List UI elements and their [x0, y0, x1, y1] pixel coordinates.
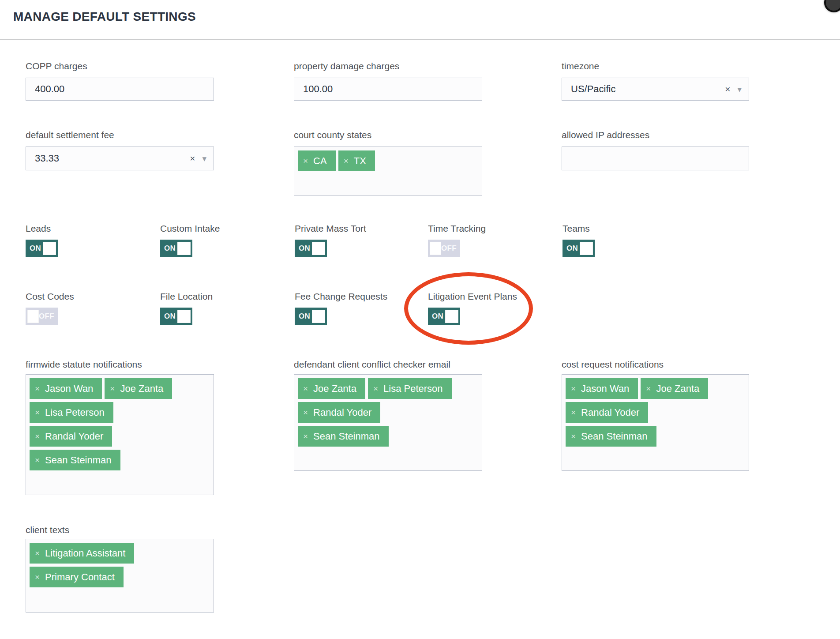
timezone-value: US/Pacific — [571, 83, 725, 95]
allowed-ip-addresses-input[interactable] — [562, 147, 749, 170]
page-title: MANAGE DEFAULT SETTINGS — [13, 10, 196, 24]
remove-icon[interactable]: × — [571, 384, 576, 394]
toggle-state-label: ON — [299, 312, 310, 321]
page-header: MANAGE DEFAULT SETTINGS — [0, 0, 840, 40]
tag-label: Joe Zanta — [313, 383, 356, 395]
remove-icon[interactable]: × — [303, 384, 308, 394]
remove-icon[interactable]: × — [571, 408, 576, 417]
tag-row: × Litigation Assistant — [30, 543, 210, 564]
default-settlement-fee-label: default settlement fee — [26, 130, 114, 140]
private-mass-tort-label: Private Mass Tort — [295, 223, 423, 234]
tag-label: Sean Steinman — [45, 455, 111, 466]
timezone-select[interactable]: US/Pacific × ▾ — [562, 78, 749, 101]
tag: × Randal Yoder — [566, 402, 648, 423]
leads-toggle[interactable]: ON — [26, 240, 58, 257]
file-location-label: File Location — [160, 291, 288, 302]
private-mass-tort-toggle[interactable]: ON — [295, 240, 327, 257]
tag: × Sean Steinman — [566, 426, 656, 447]
copp-charges-label: COPP charges — [26, 61, 87, 71]
toggle-state-label: ON — [164, 312, 176, 321]
remove-icon[interactable]: × — [35, 572, 40, 582]
cost-request-notifications-multiselect[interactable]: × Jason Wan × Joe Zanta × Randal Yoder ×… — [562, 374, 749, 471]
tag: × Lisa Peterson — [368, 378, 452, 399]
tag: × Randal Yoder — [298, 402, 380, 423]
court-county-states-multiselect[interactable]: × CA × TX — [294, 147, 482, 196]
remove-icon[interactable]: × — [344, 156, 349, 166]
default-settlement-fee-select[interactable]: 33.33 × ▾ — [26, 147, 214, 170]
toggle-state-label: ON — [566, 244, 578, 253]
toggle-knob — [177, 242, 191, 255]
chevron-down-icon[interactable]: ▾ — [202, 154, 206, 163]
toggle-state-label: OFF — [441, 244, 457, 253]
tag-row: × CA × TX — [298, 150, 478, 171]
defendant-client-conflict-checker-email-multiselect[interactable]: × Joe Zanta × Lisa Peterson × Randal Yod… — [294, 374, 482, 471]
tag-label: Litigation Assistant — [45, 548, 125, 559]
tag-label: Joe Zanta — [656, 383, 699, 395]
tag-row: × Randal Yoder — [30, 426, 210, 447]
remove-icon[interactable]: × — [35, 549, 40, 558]
toggle-knob — [177, 310, 191, 323]
tag-label: Randal Yoder — [45, 431, 103, 442]
tag-label: Sean Steinman — [313, 431, 379, 442]
tag: × Jason Wan — [566, 378, 638, 399]
firmwide-statute-notifications-multiselect[interactable]: × Jason Wan × Joe Zanta × Lisa Peterson … — [26, 374, 214, 495]
remove-icon[interactable]: × — [35, 455, 40, 465]
property-damage-charges-value: 100.00 — [303, 83, 475, 95]
tag-label: Primary Contact — [45, 571, 115, 583]
court-county-states-label: court county states — [294, 130, 371, 140]
clear-icon[interactable]: × — [725, 84, 730, 94]
copp-charges-input[interactable]: 400.00 — [26, 78, 214, 101]
tag-label: Joe Zanta — [120, 383, 163, 395]
tag: × Litigation Assistant — [30, 543, 134, 564]
fee-change-requests-toggle[interactable]: ON — [295, 308, 327, 325]
toggle-cell-cost-codes: Cost Codes OFF — [26, 291, 154, 325]
remove-icon[interactable]: × — [303, 432, 308, 441]
tag: × Joe Zanta — [641, 378, 708, 399]
remove-icon[interactable]: × — [35, 384, 40, 394]
custom-intake-toggle[interactable]: ON — [160, 240, 192, 257]
toggle-state-label: ON — [299, 244, 310, 253]
toggle-knob — [27, 310, 39, 323]
toggle-state-label: ON — [432, 312, 443, 321]
tag: × Joe Zanta — [105, 378, 172, 399]
client-texts-multiselect[interactable]: × Litigation Assistant × Primary Contact — [26, 539, 214, 613]
defendant-client-conflict-checker-email-label: defendant client conflict checker email — [294, 359, 450, 370]
remove-icon[interactable]: × — [373, 384, 378, 394]
toggle-cell-fee-change-requests: Fee Change Requests ON — [295, 291, 423, 325]
teams-label: Teams — [562, 223, 690, 234]
property-damage-charges-input[interactable]: 100.00 — [294, 78, 482, 101]
remove-icon[interactable]: × — [35, 408, 40, 417]
tag-row: × Jason Wan × Joe Zanta — [566, 378, 745, 399]
remove-icon[interactable]: × — [646, 384, 651, 394]
toggle-state-label: OFF — [39, 312, 54, 321]
copp-charges-value: 400.00 — [35, 83, 206, 95]
clear-icon[interactable]: × — [190, 153, 195, 164]
property-damage-charges-label: property damage charges — [294, 61, 399, 71]
partial-avatar-icon[interactable] — [824, 0, 840, 12]
remove-icon[interactable]: × — [303, 156, 308, 166]
tag: × Lisa Peterson — [30, 402, 113, 423]
remove-icon[interactable]: × — [571, 432, 576, 441]
cost-codes-toggle[interactable]: OFF — [26, 308, 58, 325]
tag-row: × Sean Steinman — [298, 426, 478, 447]
toggle-knob — [312, 310, 325, 323]
toggle-knob — [445, 310, 458, 323]
custom-intake-label: Custom Intake — [160, 223, 288, 234]
toggle-state-label: ON — [30, 244, 41, 253]
tag: × Randal Yoder — [30, 426, 112, 447]
manage-default-settings-page: MANAGE DEFAULT SETTINGS COPP charges pro… — [0, 0, 840, 639]
remove-icon[interactable]: × — [35, 432, 40, 441]
file-location-toggle[interactable]: ON — [160, 308, 192, 325]
toggle-knob — [312, 242, 325, 255]
teams-toggle[interactable]: ON — [562, 240, 595, 257]
time-tracking-toggle[interactable]: OFF — [428, 240, 460, 257]
toggle-cell-time-tracking: Time Tracking OFF — [428, 223, 556, 257]
tag-row: × Randal Yoder — [298, 402, 478, 423]
chevron-down-icon[interactable]: ▾ — [737, 85, 742, 94]
tag-label: Jason Wan — [581, 383, 629, 395]
litigation-event-plans-label: Litigation Event Plans — [428, 291, 556, 302]
remove-icon[interactable]: × — [110, 384, 115, 394]
litigation-event-plans-toggle[interactable]: ON — [428, 308, 460, 325]
remove-icon[interactable]: × — [303, 408, 308, 417]
tag: × TX — [338, 150, 375, 171]
